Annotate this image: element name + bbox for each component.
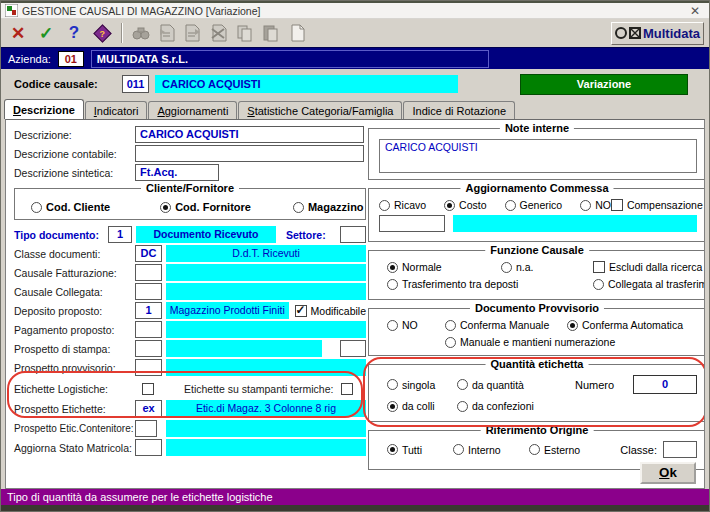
radio-icon xyxy=(293,202,304,213)
causale-collegata-code[interactable] xyxy=(135,283,162,300)
radio-da-confezioni[interactable]: da confezioni xyxy=(457,400,563,412)
radio-collegata-trasferimento[interactable]: Collegata al trasferimento xyxy=(593,278,705,290)
radio-icon xyxy=(501,262,512,273)
row-prospetto-provvisorio: Prospetto provvisorio: xyxy=(14,359,366,376)
brand-name: Multidata xyxy=(643,26,700,41)
tab-indice-rotazione[interactable]: Indice di Rotazione xyxy=(403,101,515,119)
radio-da-colli[interactable]: da colli xyxy=(387,400,457,412)
descrizione-contabile-input[interactable] xyxy=(135,145,364,162)
causal-code-field[interactable]: 011 xyxy=(122,75,149,93)
radio-no-commessa[interactable]: NO xyxy=(580,199,611,211)
group-documento-provvisorio: Documento Provvisorio NO Conferma Manual… xyxy=(368,308,705,356)
doc-delete-icon[interactable] xyxy=(208,22,230,44)
radio-icon xyxy=(387,444,398,455)
radio-trasferimento-depositi[interactable]: Trasferimento tra deposti xyxy=(387,278,593,290)
classe-documenti-code[interactable]: DC xyxy=(135,245,162,262)
classe-input[interactable] xyxy=(663,441,697,458)
variation-mode-button[interactable]: Variazione xyxy=(520,74,688,95)
prospetto-etichette-code[interactable]: ex xyxy=(135,400,162,417)
assistance-diamond-icon[interactable]: ? xyxy=(90,21,114,45)
row-etichette-logistiche: Etichette Logistiche: Etichette su stamp… xyxy=(14,380,366,397)
descrizione-sintetica-input[interactable]: Ft.Acq. xyxy=(135,164,219,181)
commessa-code-input[interactable] xyxy=(379,215,445,232)
radio-singola[interactable]: singola xyxy=(387,379,457,391)
radio-tutti[interactable]: Tutti xyxy=(387,444,453,456)
logo-box-x-icon xyxy=(629,27,641,39)
doc-export-icon[interactable] xyxy=(182,22,204,44)
radio-icon xyxy=(387,320,398,331)
multidata-logo[interactable]: Multidata xyxy=(611,22,704,45)
radio-na[interactable]: n.a. xyxy=(501,261,593,273)
prospetto-etichette-label: Prospetto Etichette: xyxy=(14,403,135,415)
doc-import-icon[interactable] xyxy=(156,22,178,44)
status-bar: Tipo di quantità da assumere per le etic… xyxy=(1,489,709,505)
funzione-causale-title: Funzione Causale xyxy=(485,244,589,256)
modificabile-checkbox[interactable]: Modificabile xyxy=(295,305,366,317)
aggiorna-stato-matricola-code[interactable] xyxy=(135,439,162,456)
tab-descrizione[interactable]: Descrizione xyxy=(4,99,84,119)
left-column: Descrizione: CARICO ACQUISTI Descrizione… xyxy=(14,126,366,458)
row-pagamento-proposto: Pagamento proposto: xyxy=(14,321,366,338)
radio-costo[interactable]: Costo xyxy=(444,199,486,211)
company-code-field[interactable]: 01 xyxy=(58,51,84,67)
causal-description-field[interactable]: CARICO ACQUISTI xyxy=(155,75,458,93)
radio-icon xyxy=(453,444,464,455)
note-interne-textarea[interactable]: CARICO ACQUISTI xyxy=(379,139,697,173)
pagamento-proposto-code[interactable] xyxy=(135,321,162,338)
etichette-termiche-checkbox[interactable] xyxy=(341,383,353,395)
toolbar-separator xyxy=(121,23,123,43)
prospetto-stampa-desc xyxy=(166,340,322,357)
radio-normale[interactable]: Normale xyxy=(387,261,501,273)
tab-statistiche[interactable]: Statistiche Categoria/Famiglia xyxy=(238,101,402,119)
radio-icon xyxy=(387,401,398,412)
radio-generico[interactable]: Generico xyxy=(505,199,563,211)
prospetto-provvisorio-label: Prospetto provvisorio: xyxy=(14,362,135,374)
close-icon[interactable]: ✕ xyxy=(685,4,705,18)
ok-button[interactable]: Ok xyxy=(640,462,696,484)
tipo-documento-label: Tipo documento: xyxy=(14,229,108,241)
radio-da-quantita[interactable]: da quantità xyxy=(457,379,563,391)
paste-icon[interactable] xyxy=(260,22,282,44)
radio-interno[interactable]: Interno xyxy=(453,444,529,456)
find-icon[interactable] xyxy=(130,22,152,44)
tab-aggiornamenti[interactable]: Aggiornamenti xyxy=(148,101,237,119)
causale-fatturazione-code[interactable] xyxy=(135,264,162,281)
commessa-desc-field xyxy=(453,215,697,232)
help-icon[interactable]: ? xyxy=(62,21,86,45)
descrizione-label: Descrizione: xyxy=(14,129,135,141)
deposito-proposto-code[interactable]: 1 xyxy=(135,302,162,319)
row-descrizione-contabile: Descrizione contabile: xyxy=(14,145,366,162)
new-doc-icon[interactable] xyxy=(286,22,308,44)
copy-icon[interactable] xyxy=(234,22,256,44)
prospetto-provvisorio-code[interactable] xyxy=(135,359,162,376)
descrizione-input[interactable]: CARICO ACQUISTI xyxy=(135,126,364,143)
radio-esterno[interactable]: Esterno xyxy=(529,444,580,456)
deposito-proposto-label: Deposito proposto: xyxy=(14,305,135,317)
radio-magazzino[interactable]: Magazzino xyxy=(293,201,364,213)
prospetto-provvisorio-desc xyxy=(166,359,366,376)
numero-input[interactable]: 0 xyxy=(633,375,697,394)
prospetto-etic-contenitore-desc xyxy=(166,420,366,437)
radio-docprovv-no[interactable]: NO xyxy=(387,319,445,331)
radio-conferma-automatica[interactable]: Conferma Automatica xyxy=(567,319,697,331)
row-causale-fatturazione: Causale Fatturazione: xyxy=(14,264,366,281)
compensazione-checkbox[interactable]: Compensazione xyxy=(611,199,703,211)
radio-ricavo[interactable]: Ricavo xyxy=(379,199,426,211)
row-tipo-documento: Tipo documento: 1 Documento Ricevuto Set… xyxy=(14,226,366,243)
settore-input[interactable] xyxy=(340,226,366,243)
radio-cod-fornitore[interactable]: Cod. Fornitore xyxy=(160,201,251,213)
row-descrizione: Descrizione: CARICO ACQUISTI xyxy=(14,126,366,143)
confirm-icon[interactable]: ✓ xyxy=(34,21,58,45)
radio-manuale-mantieni[interactable]: Manuale e mantieni numerazione xyxy=(445,336,697,348)
prospetto-stampa-extra[interactable] xyxy=(340,340,366,357)
causale-fatturazione-desc xyxy=(166,264,366,281)
escludi-ricerca-checkbox[interactable]: Escludi dalla ricerca xyxy=(593,261,705,273)
radio-conferma-manuale[interactable]: Conferma Manuale xyxy=(445,319,567,331)
etichette-logistiche-checkbox[interactable] xyxy=(142,383,154,395)
cancel-icon[interactable]: ✕ xyxy=(6,21,30,45)
prospetto-etic-contenitore-code[interactable] xyxy=(135,420,157,437)
radio-cod-cliente[interactable]: Cod. Cliente xyxy=(31,201,110,213)
tab-indicatori[interactable]: Indicatori xyxy=(85,101,148,119)
tipo-documento-code[interactable]: 1 xyxy=(108,226,132,243)
prospetto-stampa-code[interactable] xyxy=(135,340,162,357)
